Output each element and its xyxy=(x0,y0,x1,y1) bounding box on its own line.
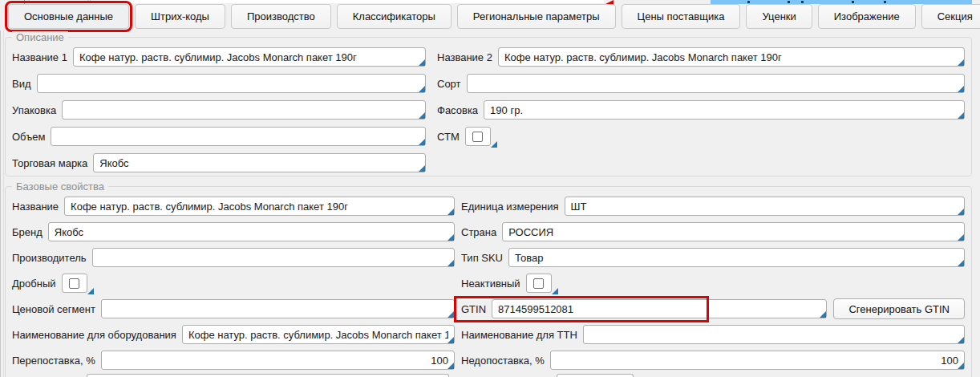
row-unit: Единица измерения xyxy=(461,197,965,216)
fasovka-input[interactable] xyxy=(484,100,965,120)
row-price-segment: Ценовой сегмент xyxy=(12,299,455,318)
gtin-label: GTIN xyxy=(461,303,486,315)
country-input[interactable] xyxy=(502,222,965,241)
tab-osnovnye-dannye[interactable]: Основные данные xyxy=(8,4,129,29)
trademark-input[interactable] xyxy=(93,153,426,172)
group-base-properties: Базовые свойства Название Единица измере… xyxy=(5,186,972,377)
name1-input[interactable] xyxy=(73,47,426,67)
tab-izobrazhenie[interactable]: Изображение xyxy=(818,4,916,29)
equipment-name-input[interactable] xyxy=(182,325,455,344)
brand-input[interactable] xyxy=(48,222,455,241)
cutoff-next-row-field xyxy=(87,374,449,377)
tab-bar: Основные данные Штрих-коды Производство … xyxy=(8,4,980,29)
window-left-edge xyxy=(0,30,1,377)
memo-corner-icon xyxy=(552,288,558,294)
generate-gtin-button[interactable]: Сгенерировать GTIN xyxy=(833,298,965,319)
row-gtin: GTIN Сгенерировать GTIN xyxy=(461,299,965,318)
volume-input[interactable] xyxy=(51,127,426,146)
row-under-delivery: Недопоставка, % xyxy=(461,351,965,370)
tab-proizvodstvo[interactable]: Производство xyxy=(231,4,331,29)
tab-ucenki[interactable]: Уценки xyxy=(746,4,812,29)
name1-label: Название 1 xyxy=(12,51,67,63)
stm-label: СТМ xyxy=(437,131,460,143)
inactive-label: Неактивный xyxy=(461,278,520,290)
over-delivery-input[interactable] xyxy=(101,351,455,370)
cutoff-next-row-field xyxy=(557,374,634,377)
row-sort: Сорт xyxy=(437,74,965,93)
tab-ceny-postavshika[interactable]: Цены поставщика xyxy=(622,4,741,29)
row-stm: СТМ xyxy=(437,127,965,146)
row-packaging: Упаковка xyxy=(12,100,426,120)
manufacturer-label: Производитель xyxy=(12,252,87,264)
tab-shtrih-kody[interactable]: Штрих-коды xyxy=(135,4,225,29)
volume-label: Объем xyxy=(12,131,45,143)
price-segment-input[interactable] xyxy=(101,299,455,318)
cutoff-field-remnant xyxy=(90,0,604,3)
fasovka-label: Фасовка xyxy=(437,104,478,116)
name-label: Название xyxy=(12,201,59,213)
row-volume: Объем xyxy=(12,127,426,146)
unit-label: Единица измерения xyxy=(461,201,559,213)
tab-regionalnye-parametry[interactable]: Региональные параметры xyxy=(457,4,616,29)
ttn-name-input[interactable] xyxy=(583,325,965,344)
inactive-checkbox[interactable] xyxy=(526,274,558,293)
name-input[interactable] xyxy=(64,197,455,216)
fractional-checkbox[interactable] xyxy=(62,274,94,293)
under-delivery-input[interactable] xyxy=(550,351,965,370)
row-fasovka: Фасовка xyxy=(437,100,965,120)
group-description: Описание Название 1 Название 2 Вид Сорт … xyxy=(5,37,972,176)
row-manufacturer: Производитель xyxy=(12,248,455,267)
name2-label: Название 2 xyxy=(437,51,492,63)
memo-corner-icon xyxy=(491,141,497,148)
row-fractional: Дробный xyxy=(12,274,455,293)
sku-type-input[interactable] xyxy=(508,248,965,267)
manufacturer-input[interactable] xyxy=(92,248,455,267)
row-sku-type: Тип SKU xyxy=(461,248,965,267)
row-country: Страна xyxy=(461,222,965,241)
unit-input[interactable] xyxy=(565,197,965,216)
sort-input[interactable] xyxy=(467,74,965,93)
vid-label: Вид xyxy=(12,78,31,90)
row-name2: Название 2 xyxy=(437,47,965,67)
sort-label: Сорт xyxy=(437,78,461,90)
fractional-label: Дробный xyxy=(12,278,56,290)
under-delivery-label: Недопоставка, % xyxy=(461,355,545,367)
equipment-name-label: Наименование для оборудования xyxy=(12,329,176,341)
tab-sekciya[interactable]: Секция xyxy=(921,4,980,29)
row-brand: Бренд xyxy=(12,222,455,241)
row-name: Название xyxy=(12,197,455,216)
group-description-title: Описание xyxy=(12,31,68,43)
name2-input[interactable] xyxy=(498,47,965,67)
vid-input[interactable] xyxy=(37,74,426,93)
row-name1: Название 1 xyxy=(12,47,426,67)
window-left-edge-inner xyxy=(3,30,4,377)
group-base-properties-title: Базовые свойства xyxy=(12,180,108,193)
cutoff-tab-remnant xyxy=(29,0,88,3)
row-trademark: Торговая марка xyxy=(12,153,426,172)
row-inactive: Неактивный xyxy=(461,274,965,293)
gtin-input[interactable] xyxy=(492,299,827,318)
ttn-name-label: Наименование для ТТН xyxy=(461,329,577,341)
trademark-label: Торговая марка xyxy=(12,157,87,169)
packaging-label: Упаковка xyxy=(12,104,56,116)
over-delivery-label: Перепоставка, % xyxy=(12,355,95,367)
memo-corner-icon xyxy=(87,288,94,294)
tab-klassifikatory[interactable]: Классификаторы xyxy=(337,4,452,29)
brand-label: Бренд xyxy=(12,226,43,238)
row-vid: Вид xyxy=(12,74,426,93)
price-segment-label: Ценовой сегмент xyxy=(12,303,95,315)
row-over-delivery: Перепоставка, % xyxy=(12,351,455,370)
country-label: Страна xyxy=(461,226,496,238)
row-equipment-name: Наименование для оборудования xyxy=(12,325,455,344)
packaging-input[interactable] xyxy=(62,100,426,120)
stm-checkbox[interactable] xyxy=(465,127,497,146)
sku-type-label: Тип SKU xyxy=(461,252,503,264)
row-ttn-name: Наименование для ТТН xyxy=(461,325,965,344)
